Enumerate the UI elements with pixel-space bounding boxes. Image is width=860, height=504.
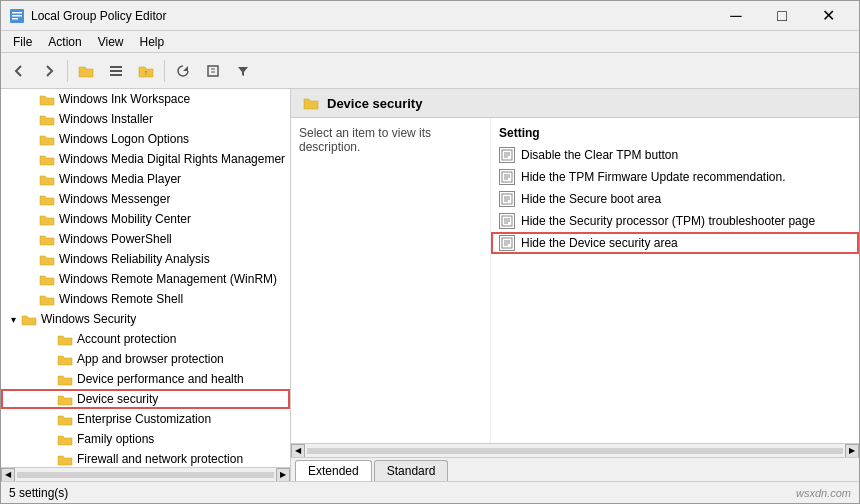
back-button[interactable] bbox=[5, 57, 33, 85]
expand-arrow-icon[interactable] bbox=[23, 171, 39, 187]
tree-item[interactable]: Firewall and network protection bbox=[1, 449, 290, 467]
folder-icon bbox=[57, 391, 73, 407]
expand-arrow-icon[interactable] bbox=[41, 391, 57, 407]
tree-item-label: Windows Mobility Center bbox=[59, 212, 191, 226]
expand-arrow-icon[interactable] bbox=[23, 211, 39, 227]
expand-arrow-icon[interactable] bbox=[23, 191, 39, 207]
status-bar: 5 setting(s) wsxdn.com bbox=[1, 481, 859, 503]
tree-item[interactable]: Windows PowerShell bbox=[1, 229, 290, 249]
tree-item[interactable]: Windows Installer bbox=[1, 109, 290, 129]
expand-arrow-icon[interactable] bbox=[41, 431, 57, 447]
folder-button-2[interactable]: ↑ bbox=[132, 57, 160, 85]
expand-arrow-icon[interactable] bbox=[41, 411, 57, 427]
status-text: 5 setting(s) bbox=[9, 486, 68, 500]
tab-bar: ExtendedStandard bbox=[291, 457, 859, 481]
expand-arrow-icon[interactable] bbox=[23, 251, 39, 267]
expand-arrow-icon[interactable] bbox=[23, 291, 39, 307]
close-button[interactable]: ✕ bbox=[805, 1, 851, 31]
tree-item[interactable]: ▾ Windows Security bbox=[1, 309, 290, 329]
tree-item-label: Windows Remote Management (WinRM) bbox=[59, 272, 277, 286]
tree-item-label: Windows Logon Options bbox=[59, 132, 189, 146]
list-button[interactable] bbox=[102, 57, 130, 85]
expand-arrow-icon[interactable] bbox=[23, 271, 39, 287]
expand-arrow-icon[interactable] bbox=[23, 91, 39, 107]
right-panel: Device security Select an item to view i… bbox=[291, 89, 859, 481]
folder-button-1[interactable] bbox=[72, 57, 100, 85]
folder-icon bbox=[57, 331, 73, 347]
setting-item-icon bbox=[499, 235, 515, 251]
tree-item[interactable]: Family options bbox=[1, 429, 290, 449]
tree-item[interactable]: Windows Reliability Analysis bbox=[1, 249, 290, 269]
refresh-button[interactable] bbox=[169, 57, 197, 85]
svg-text:↑: ↑ bbox=[144, 69, 148, 76]
setting-item-icon bbox=[499, 147, 515, 163]
forward-button[interactable] bbox=[35, 57, 63, 85]
expand-arrow-icon[interactable] bbox=[41, 351, 57, 367]
tree-item[interactable]: Device performance and health bbox=[1, 369, 290, 389]
tree-item[interactable]: App and browser protection bbox=[1, 349, 290, 369]
scroll-right-btn-right[interactable]: ▶ bbox=[845, 444, 859, 458]
filter-button[interactable] bbox=[229, 57, 257, 85]
expand-arrow-icon[interactable] bbox=[41, 371, 57, 387]
expand-arrow-icon[interactable] bbox=[23, 231, 39, 247]
right-horizontal-scrollbar[interactable]: ◀ ▶ bbox=[291, 443, 859, 457]
tree-item[interactable]: Windows Media Player bbox=[1, 169, 290, 189]
tree-item[interactable]: Windows Messenger bbox=[1, 189, 290, 209]
menu-file[interactable]: File bbox=[5, 33, 40, 51]
tree-item[interactable]: Windows Remote Shell bbox=[1, 289, 290, 309]
folder-icon bbox=[21, 311, 37, 327]
tree-item-label: Windows Security bbox=[41, 312, 136, 326]
scroll-left-btn-right[interactable]: ◀ bbox=[291, 444, 305, 458]
scroll-right-btn[interactable]: ▶ bbox=[276, 468, 290, 482]
watermark-text: wsxdn.com bbox=[796, 487, 851, 499]
minimize-button[interactable]: ─ bbox=[713, 1, 759, 31]
maximize-button[interactable]: □ bbox=[759, 1, 805, 31]
folder-icon bbox=[57, 451, 73, 467]
setting-item[interactable]: Hide the Device security area bbox=[491, 232, 859, 254]
menu-action[interactable]: Action bbox=[40, 33, 89, 51]
expand-arrow-icon[interactable] bbox=[23, 131, 39, 147]
tree-scroll[interactable]: Windows Ink Workspace Windows Installer … bbox=[1, 89, 290, 467]
tree-item[interactable]: Windows Media Digital Rights Managemer bbox=[1, 149, 290, 169]
settings-panel: Setting Disable the Clear TPM button Hid… bbox=[491, 118, 859, 443]
tree-item[interactable]: Windows Ink Workspace bbox=[1, 89, 290, 109]
tree-item[interactable]: Enterprise Customization bbox=[1, 409, 290, 429]
window-title: Local Group Policy Editor bbox=[31, 9, 713, 23]
svg-rect-3 bbox=[12, 18, 18, 20]
expand-arrow-icon[interactable] bbox=[41, 331, 57, 347]
tree-horizontal-scrollbar[interactable]: ◀ ▶ bbox=[1, 467, 290, 481]
window-controls: ─ □ ✕ bbox=[713, 1, 851, 31]
tree-item[interactable]: Device security bbox=[1, 389, 290, 409]
setting-item-icon bbox=[499, 191, 515, 207]
tree-item-label: Windows Media Digital Rights Managemer bbox=[59, 152, 285, 166]
menu-view[interactable]: View bbox=[90, 33, 132, 51]
properties-button[interactable] bbox=[199, 57, 227, 85]
svg-rect-5 bbox=[110, 70, 122, 72]
tree-item[interactable]: Account protection bbox=[1, 329, 290, 349]
tree-item[interactable]: Windows Logon Options bbox=[1, 129, 290, 149]
menu-help[interactable]: Help bbox=[132, 33, 173, 51]
setting-item[interactable]: Disable the Clear TPM button bbox=[491, 144, 859, 166]
expand-arrow-icon[interactable]: ▾ bbox=[5, 311, 21, 327]
tree-item[interactable]: Windows Remote Management (WinRM) bbox=[1, 269, 290, 289]
tree-item-label: Windows Installer bbox=[59, 112, 153, 126]
tab-extended[interactable]: Extended bbox=[295, 460, 372, 481]
description-text: Select an item to view its description. bbox=[299, 126, 431, 154]
tree-item-label: Firewall and network protection bbox=[77, 452, 243, 466]
svg-rect-1 bbox=[12, 12, 22, 14]
scroll-left-btn[interactable]: ◀ bbox=[1, 468, 15, 482]
setting-item-icon bbox=[499, 169, 515, 185]
menu-bar: File Action View Help bbox=[1, 31, 859, 53]
folder-icon bbox=[57, 431, 73, 447]
expand-arrow-icon[interactable] bbox=[23, 151, 39, 167]
expand-arrow-icon[interactable] bbox=[41, 451, 57, 467]
expand-arrow-icon[interactable] bbox=[23, 111, 39, 127]
separator-1 bbox=[67, 60, 68, 82]
setting-item[interactable]: Hide the Security processor (TPM) troubl… bbox=[491, 210, 859, 232]
tab-standard[interactable]: Standard bbox=[374, 460, 449, 481]
tree-item[interactable]: Windows Mobility Center bbox=[1, 209, 290, 229]
setting-item[interactable]: Hide the Secure boot area bbox=[491, 188, 859, 210]
toolbar: ↑ bbox=[1, 53, 859, 89]
setting-item[interactable]: Hide the TPM Firmware Update recommendat… bbox=[491, 166, 859, 188]
folder-icon bbox=[39, 271, 55, 287]
